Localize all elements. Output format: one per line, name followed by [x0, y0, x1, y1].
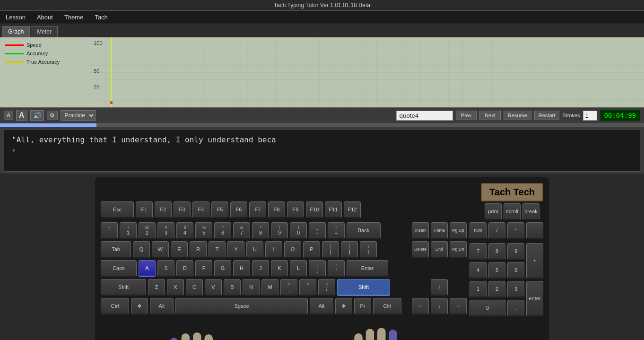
key-num-minus[interactable]: -	[526, 222, 543, 239]
key-equals[interactable]: +=	[328, 222, 345, 239]
key-lbracket[interactable]: {[	[322, 241, 339, 258]
key-f6[interactable]: F6	[230, 201, 247, 218]
key-6[interactable]: ^6	[214, 222, 231, 239]
key-num4[interactable]: 4	[470, 262, 487, 279]
key-home[interactable]: Home	[431, 222, 448, 239]
key-insert[interactable]: Insert	[412, 222, 429, 239]
key-break[interactable]: break	[522, 203, 540, 220]
key-v[interactable]: V	[205, 279, 222, 296]
key-num-enter[interactable]: enter	[526, 281, 543, 317]
key-f5[interactable]: F5	[211, 201, 228, 218]
key-space[interactable]: Space	[175, 298, 308, 315]
font-small-button[interactable]: A	[4, 111, 13, 120]
key-h[interactable]: H	[233, 260, 250, 277]
key-scroll[interactable]: scroll	[504, 203, 521, 220]
key-m[interactable]: M	[261, 279, 278, 296]
prev-button[interactable]: Prev	[456, 111, 477, 120]
key-num3[interactable]: 3	[507, 281, 524, 298]
key-win-left[interactable]: ❖	[131, 298, 148, 315]
key-semicolon[interactable]: :;	[309, 260, 326, 277]
menu-about[interactable]: About	[35, 13, 55, 22]
key-5[interactable]: %5	[195, 222, 212, 239]
key-alt-right[interactable]: Alt	[310, 298, 333, 315]
key-t[interactable]: T	[209, 241, 226, 258]
menu-tach[interactable]: Tach	[93, 13, 109, 22]
font-large-button[interactable]: A	[16, 110, 27, 121]
key-num2[interactable]: 2	[488, 281, 505, 298]
key-win-right[interactable]: ❖	[335, 298, 352, 315]
key-u[interactable]: U	[246, 241, 263, 258]
key-num-mul[interactable]: *	[507, 222, 524, 239]
key-9[interactable]: (9	[271, 222, 288, 239]
key-tilde[interactable]: ~`	[101, 222, 118, 239]
key-4[interactable]: $4	[176, 222, 193, 239]
menu-lesson[interactable]: Lesson	[4, 13, 27, 22]
key-w[interactable]: W	[152, 241, 169, 258]
key-f7[interactable]: F7	[249, 201, 266, 218]
key-arrow-left[interactable]: ←	[412, 298, 429, 315]
key-x[interactable]: X	[167, 279, 184, 296]
key-shift-right[interactable]: Shift	[337, 279, 390, 296]
tab-meter[interactable]: Meter	[31, 26, 58, 37]
key-comma[interactable]: <,	[280, 279, 297, 296]
key-num[interactable]: num	[470, 222, 487, 239]
key-period[interactable]: >.	[299, 279, 316, 296]
key-f2[interactable]: F2	[155, 201, 172, 218]
key-f11[interactable]: F11	[325, 201, 342, 218]
restart-button[interactable]: Restart	[534, 111, 559, 120]
key-num0[interactable]: 0	[470, 300, 505, 317]
key-end[interactable]: End	[431, 241, 448, 258]
key-f4[interactable]: F4	[192, 201, 209, 218]
key-3[interactable]: #3	[157, 222, 174, 239]
key-esc[interactable]: Esc	[101, 201, 134, 218]
key-tab[interactable]: Tab	[101, 241, 131, 258]
key-caps[interactable]: Caps	[101, 260, 137, 277]
key-print[interactable]: print	[485, 203, 502, 220]
key-ctrl-left[interactable]: Ctrl	[101, 298, 129, 315]
key-delete[interactable]: Delete	[412, 241, 429, 258]
key-1[interactable]: !1	[120, 222, 137, 239]
key-2[interactable]: @2	[139, 222, 156, 239]
next-button[interactable]: Next	[479, 111, 501, 120]
key-p[interactable]: P	[303, 241, 320, 258]
key-num7[interactable]: 7	[470, 243, 487, 260]
key-d[interactable]: D	[176, 260, 193, 277]
key-f10[interactable]: F10	[306, 201, 323, 218]
key-num-dot[interactable]: .	[507, 300, 524, 317]
key-num5[interactable]: 5	[488, 262, 505, 279]
key-o[interactable]: O	[284, 241, 301, 258]
tab-graph[interactable]: Graph	[2, 26, 30, 37]
key-c[interactable]: C	[186, 279, 203, 296]
key-arrow-right[interactable]: →	[450, 298, 467, 315]
key-j[interactable]: J	[252, 260, 269, 277]
key-ctrl-right[interactable]: Ctrl	[373, 298, 401, 315]
key-num-plus[interactable]: +	[526, 243, 543, 279]
key-f9[interactable]: F9	[287, 201, 304, 218]
key-backspace[interactable]: Back	[347, 222, 381, 239]
strokes-input[interactable]	[583, 111, 597, 121]
key-rbracket[interactable]: }]	[341, 241, 358, 258]
key-num9[interactable]: 9	[507, 243, 524, 260]
key-k[interactable]: K	[271, 260, 288, 277]
key-f3[interactable]: F3	[174, 201, 191, 218]
key-z[interactable]: Z	[148, 279, 165, 296]
key-g[interactable]: G	[214, 260, 231, 277]
key-pgdn[interactable]: Pg Dn	[450, 241, 467, 258]
key-b[interactable]: B	[224, 279, 241, 296]
key-a[interactable]: A	[139, 260, 156, 277]
key-7[interactable]: &7	[233, 222, 250, 239]
key-e[interactable]: E	[171, 241, 188, 258]
key-0[interactable]: )0	[290, 222, 307, 239]
sound-button[interactable]: 🔊	[30, 110, 44, 121]
key-shift-left[interactable]: Shift	[101, 279, 146, 296]
key-backslash[interactable]: \|	[360, 241, 377, 258]
resume-button[interactable]: Resume	[504, 111, 531, 120]
key-i[interactable]: I	[265, 241, 282, 258]
key-alt-left[interactable]: Alt	[150, 298, 174, 315]
key-f1[interactable]: F1	[136, 201, 153, 218]
key-num-div[interactable]: /	[488, 222, 505, 239]
key-prtsc[interactable]: Pr	[354, 298, 371, 315]
settings-button[interactable]: ⚙	[47, 111, 58, 120]
key-slash[interactable]: ?/	[318, 279, 335, 296]
key-y[interactable]: Y	[227, 241, 244, 258]
